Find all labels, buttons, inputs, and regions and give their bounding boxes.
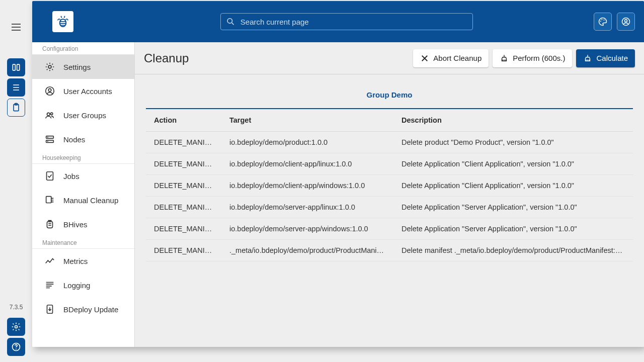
sidebar-item-user-groups[interactable]: User Groups — [32, 103, 134, 127]
users-icon — [44, 110, 55, 121]
help-icon — [11, 342, 21, 352]
gear-icon — [11, 322, 21, 332]
cell-description: Delete manifest ._meta/io.bdeploy/demo/p… — [393, 240, 633, 261]
table-row[interactable]: DELETE_MANIFESTio.bdeploy/demo/server-ap… — [146, 218, 633, 240]
cell-target: io.bdeploy/demo/client-app/windows:1.0.0 — [221, 175, 393, 197]
table-row[interactable]: DELETE_MANIFESTio.bdeploy/demo/server-ap… — [146, 197, 633, 218]
version-label: 7.3.5 — [10, 304, 23, 311]
sidebar-section-label: Maintenance — [32, 236, 134, 249]
svg-rect-1 — [17, 64, 20, 70]
sidebar-item-label: User Groups — [63, 111, 106, 120]
cleanup-content: Group Demo Action Target Description DEL… — [135, 74, 644, 272]
svg-point-8 — [227, 19, 232, 23]
calculate-button[interactable]: Calculate — [576, 49, 635, 67]
calculate-label: Calculate — [596, 54, 628, 62]
log-lines-icon — [44, 280, 55, 291]
svg-point-6 — [16, 348, 17, 349]
sidebar-item-label: Manual Cleanup — [63, 196, 118, 205]
sidebar-item-label: User Accounts — [63, 87, 112, 96]
perform-button[interactable]: Perform (600s.) — [493, 49, 572, 67]
col-target[interactable]: Target — [221, 109, 393, 132]
groups-icon — [11, 62, 21, 72]
check-doc-icon — [44, 170, 55, 182]
sidebar-item-bdeploy-update[interactable]: BDeploy Update — [32, 297, 134, 321]
table-row[interactable]: DELETE_MANIFEST._meta/io.bdeploy/demo/pr… — [146, 240, 633, 261]
cell-action: DELETE_MANIFEST — [146, 218, 221, 240]
list-icon — [11, 82, 21, 93]
group-title: Group Demo — [146, 84, 633, 108]
cell-description: Delete Application "Client Application",… — [393, 175, 633, 197]
col-description[interactable]: Description — [393, 109, 633, 132]
cell-description: Delete Application "Server Application",… — [393, 197, 633, 218]
abort-cleanup-label: Abort Cleanup — [433, 54, 481, 62]
hamburger-icon — [10, 21, 22, 33]
sidebar-item-metrics[interactable]: Metrics — [32, 249, 134, 273]
sidebar-item-bhives[interactable]: BHives — [32, 212, 134, 236]
cleanup-icon — [44, 195, 55, 206]
update-icon — [44, 304, 55, 315]
cell-action: DELETE_MANIFEST — [146, 175, 221, 197]
sidebar-item-label: Nodes — [63, 135, 85, 144]
gear-icon — [44, 61, 55, 72]
sidebar-item-manual-cleanup[interactable]: Manual Cleanup — [32, 188, 134, 212]
cell-action: DELETE_MANIFEST — [146, 153, 221, 175]
main-area: Cleanup Abort Cleanup Perform (600s.) — [135, 42, 644, 347]
cell-action: DELETE_MANIFEST — [146, 197, 221, 218]
cleanup-table: Action Target Description DELETE_MANIFES… — [146, 108, 633, 261]
left-rail: 7.3.5 — [0, 0, 32, 362]
analytics-icon — [44, 255, 55, 266]
sidebar-section-label: Housekeeping — [32, 151, 134, 164]
menu-toggle[interactable] — [4, 15, 28, 39]
broom-icon — [500, 54, 509, 63]
rail-groups-button[interactable] — [7, 58, 25, 76]
svg-point-11 — [604, 20, 605, 21]
cell-description: Delete Application "Server Application",… — [393, 218, 633, 240]
rail-list-button[interactable] — [7, 78, 25, 97]
cell-target: io.bdeploy/demo/server-app/linux:1.0.0 — [221, 197, 393, 218]
search-box[interactable] — [220, 13, 473, 30]
rail-clipboard-button[interactable] — [7, 99, 25, 117]
user-circle-icon — [44, 85, 55, 97]
server-icon — [44, 134, 55, 145]
sidebar-item-logging[interactable]: Logging — [32, 273, 134, 297]
search-input[interactable] — [240, 18, 467, 26]
sidebar-section-label: Configuration — [32, 42, 134, 55]
bee-icon — [55, 14, 70, 29]
cell-description: Delete product "Demo Product", version "… — [393, 132, 633, 153]
svg-point-4 — [15, 326, 18, 328]
svg-point-13 — [625, 20, 627, 22]
abort-cleanup-button[interactable]: Abort Cleanup — [413, 49, 489, 67]
sidebar-item-user-accounts[interactable]: User Accounts — [32, 79, 134, 103]
account-icon — [621, 17, 631, 27]
sidebar-item-label: BDeploy Update — [63, 305, 118, 314]
app-shell: ConfigurationSettingsUser AccountsUser G… — [32, 1, 644, 347]
cell-target: ._meta/io.bdeploy/demo/product/ProductMa… — [221, 240, 393, 261]
page-title: Cleanup — [144, 51, 189, 65]
cell-target: io.bdeploy/demo/server-app/windows:1.0.0 — [221, 218, 393, 240]
app-logo[interactable] — [52, 11, 73, 32]
table-row[interactable]: DELETE_MANIFESTio.bdeploy/demo/client-ap… — [146, 153, 633, 175]
rail-help-button[interactable] — [7, 338, 25, 356]
table-row[interactable]: DELETE_MANIFESTio.bdeploy/demo/client-ap… — [146, 175, 633, 197]
sidebar-item-label: Settings — [63, 63, 91, 71]
svg-point-10 — [601, 19, 602, 20]
svg-point-9 — [600, 21, 601, 22]
sidebar-item-settings[interactable]: Settings — [32, 55, 134, 79]
palette-icon — [598, 17, 608, 27]
sidebar-item-jobs[interactable]: Jobs — [32, 164, 134, 188]
perform-label: Perform (600s.) — [513, 54, 565, 62]
cell-action: DELETE_MANIFEST — [146, 132, 221, 153]
cell-target: io.bdeploy/demo/client-app/linux:1.0.0 — [221, 153, 393, 175]
col-action[interactable]: Action — [146, 109, 221, 132]
sidebar-item-label: Metrics — [63, 257, 88, 265]
table-row[interactable]: DELETE_MANIFESTio.bdeploy/demo/product:1… — [146, 132, 633, 153]
sidebar-item-label: Jobs — [63, 172, 79, 180]
cell-target: io.bdeploy/demo/product:1.0.0 — [221, 132, 393, 153]
search-icon — [226, 17, 235, 27]
close-icon — [420, 54, 429, 63]
theme-button[interactable] — [594, 13, 612, 31]
sidebar-item-nodes[interactable]: Nodes — [32, 127, 134, 151]
rail-settings-button[interactable] — [7, 318, 25, 336]
account-button[interactable] — [617, 13, 635, 31]
cell-description: Delete Application "Client Application",… — [393, 153, 633, 175]
